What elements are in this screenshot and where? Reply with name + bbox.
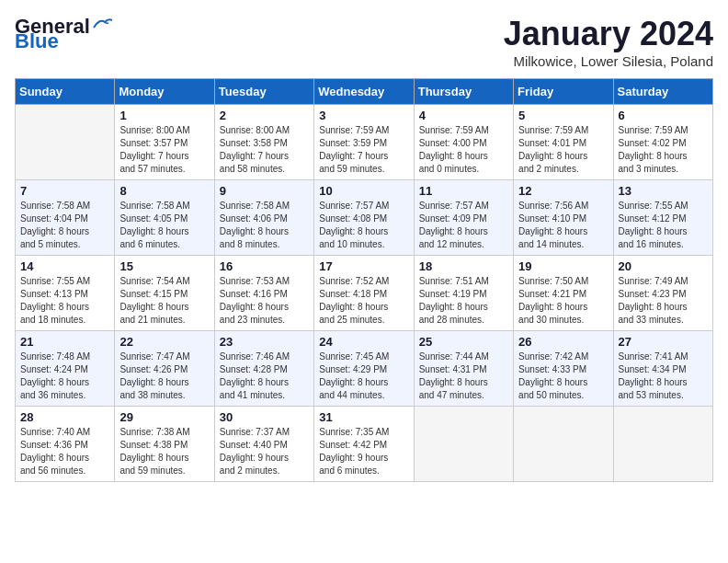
day-number: 30 [220,410,309,424]
day-info: Sunrise: 7:59 AMSunset: 4:02 PMDaylight:… [619,124,708,176]
day-number: 25 [419,335,508,349]
day-number: 15 [119,259,209,273]
day-number: 26 [518,335,608,349]
weekday-header-wednesday: Wednesday [314,79,414,105]
logo-blue: Blue [15,29,59,53]
title-block: January 2024 Milkowice, Lower Silesia, P… [504,15,713,69]
day-number: 13 [619,184,708,198]
day-info: Sunrise: 7:54 AMSunset: 4:15 PMDaylight:… [119,275,209,327]
calendar-header-row: SundayMondayTuesdayWednesdayThursdayFrid… [16,79,713,105]
calendar-day-cell: 22Sunrise: 7:47 AMSunset: 4:26 PMDayligh… [115,331,214,407]
calendar-day-cell: 8Sunrise: 7:58 AMSunset: 4:05 PMDaylight… [115,180,214,256]
logo-bird-icon [92,17,112,31]
day-number: 16 [220,259,309,273]
weekday-header-monday: Monday [115,79,214,105]
weekday-header-tuesday: Tuesday [214,79,313,105]
calendar-day-cell: 9Sunrise: 7:58 AMSunset: 4:06 PMDaylight… [214,180,313,256]
day-number: 23 [220,335,309,349]
calendar-day-cell: 17Sunrise: 7:52 AMSunset: 4:18 PMDayligh… [314,256,414,331]
day-info: Sunrise: 7:59 AMSunset: 4:00 PMDaylight:… [419,124,508,176]
calendar-day-cell: 15Sunrise: 7:54 AMSunset: 4:15 PMDayligh… [115,256,214,331]
calendar-day-cell: 18Sunrise: 7:51 AMSunset: 4:19 PMDayligh… [414,256,513,331]
day-info: Sunrise: 7:49 AMSunset: 4:23 PMDaylight:… [619,275,708,327]
calendar-week-row: 1Sunrise: 8:00 AMSunset: 3:57 PMDaylight… [16,105,713,180]
day-info: Sunrise: 7:35 AMSunset: 4:42 PMDaylight:… [319,426,408,477]
calendar-day-cell [613,407,712,482]
calendar-day-cell: 4Sunrise: 7:59 AMSunset: 4:00 PMDaylight… [414,105,513,180]
calendar-day-cell [514,407,613,482]
day-number: 12 [518,184,608,198]
day-info: Sunrise: 7:41 AMSunset: 4:34 PMDaylight:… [619,350,708,402]
day-number: 11 [419,184,508,198]
logo: General Blue [15,15,112,53]
calendar-table: SundayMondayTuesdayWednesdayThursdayFrid… [15,78,713,482]
calendar-week-row: 28Sunrise: 7:40 AMSunset: 4:36 PMDayligh… [16,407,713,482]
day-info: Sunrise: 8:00 AMSunset: 3:57 PMDaylight:… [119,124,209,176]
calendar-day-cell: 24Sunrise: 7:45 AMSunset: 4:29 PMDayligh… [314,331,414,407]
calendar-day-cell: 5Sunrise: 7:59 AMSunset: 4:01 PMDaylight… [514,105,613,180]
calendar-day-cell: 27Sunrise: 7:41 AMSunset: 4:34 PMDayligh… [613,331,712,407]
day-number: 28 [20,410,109,424]
day-number: 20 [619,259,708,273]
day-info: Sunrise: 7:58 AMSunset: 4:06 PMDaylight:… [220,200,309,251]
day-number: 7 [20,184,109,198]
day-number: 31 [319,410,408,424]
day-number: 29 [119,410,209,424]
day-info: Sunrise: 7:50 AMSunset: 4:21 PMDaylight:… [518,275,608,327]
location-subtitle: Milkowice, Lower Silesia, Poland [504,53,713,69]
day-info: Sunrise: 7:47 AMSunset: 4:26 PMDaylight:… [119,350,209,402]
day-number: 4 [419,109,508,122]
day-info: Sunrise: 7:40 AMSunset: 4:36 PMDaylight:… [20,426,109,477]
calendar-day-cell: 12Sunrise: 7:56 AMSunset: 4:10 PMDayligh… [514,180,613,256]
calendar-week-row: 21Sunrise: 7:48 AMSunset: 4:24 PMDayligh… [16,331,713,407]
calendar-day-cell [414,407,513,482]
calendar-day-cell: 31Sunrise: 7:35 AMSunset: 4:42 PMDayligh… [314,407,414,482]
day-info: Sunrise: 7:52 AMSunset: 4:18 PMDaylight:… [319,275,408,327]
day-info: Sunrise: 7:56 AMSunset: 4:10 PMDaylight:… [518,200,608,251]
day-number: 2 [220,109,309,122]
calendar-day-cell: 2Sunrise: 8:00 AMSunset: 3:58 PMDaylight… [214,105,313,180]
weekday-header-sunday: Sunday [16,79,115,105]
calendar-day-cell: 29Sunrise: 7:38 AMSunset: 4:38 PMDayligh… [115,407,214,482]
weekday-header-saturday: Saturday [613,79,712,105]
day-info: Sunrise: 7:51 AMSunset: 4:19 PMDaylight:… [419,275,508,327]
calendar-day-cell [16,105,115,180]
day-info: Sunrise: 7:53 AMSunset: 4:16 PMDaylight:… [220,275,309,327]
calendar-day-cell: 19Sunrise: 7:50 AMSunset: 4:21 PMDayligh… [514,256,613,331]
day-number: 9 [220,184,309,198]
calendar-day-cell: 28Sunrise: 7:40 AMSunset: 4:36 PMDayligh… [16,407,115,482]
day-info: Sunrise: 7:59 AMSunset: 4:01 PMDaylight:… [518,124,608,176]
day-number: 3 [319,109,408,122]
calendar-day-cell: 11Sunrise: 7:57 AMSunset: 4:09 PMDayligh… [414,180,513,256]
day-number: 18 [419,259,508,273]
day-info: Sunrise: 7:59 AMSunset: 3:59 PMDaylight:… [319,124,408,176]
day-number: 19 [518,259,608,273]
calendar-day-cell: 1Sunrise: 8:00 AMSunset: 3:57 PMDaylight… [115,105,214,180]
calendar-week-row: 14Sunrise: 7:55 AMSunset: 4:13 PMDayligh… [16,256,713,331]
day-info: Sunrise: 8:00 AMSunset: 3:58 PMDaylight:… [220,124,309,176]
calendar-day-cell: 26Sunrise: 7:42 AMSunset: 4:33 PMDayligh… [514,331,613,407]
calendar-day-cell: 13Sunrise: 7:55 AMSunset: 4:12 PMDayligh… [613,180,712,256]
day-info: Sunrise: 7:55 AMSunset: 4:12 PMDaylight:… [619,200,708,251]
day-info: Sunrise: 7:42 AMSunset: 4:33 PMDaylight:… [518,350,608,402]
calendar-week-row: 7Sunrise: 7:58 AMSunset: 4:04 PMDaylight… [16,180,713,256]
month-title: January 2024 [504,15,713,53]
calendar-day-cell: 20Sunrise: 7:49 AMSunset: 4:23 PMDayligh… [613,256,712,331]
calendar-day-cell: 30Sunrise: 7:37 AMSunset: 4:40 PMDayligh… [214,407,313,482]
day-number: 27 [619,335,708,349]
day-info: Sunrise: 7:45 AMSunset: 4:29 PMDaylight:… [319,350,408,402]
day-info: Sunrise: 7:58 AMSunset: 4:04 PMDaylight:… [20,200,109,251]
day-info: Sunrise: 7:44 AMSunset: 4:31 PMDaylight:… [419,350,508,402]
calendar-day-cell: 10Sunrise: 7:57 AMSunset: 4:08 PMDayligh… [314,180,414,256]
day-info: Sunrise: 7:57 AMSunset: 4:09 PMDaylight:… [419,200,508,251]
calendar-day-cell: 25Sunrise: 7:44 AMSunset: 4:31 PMDayligh… [414,331,513,407]
day-info: Sunrise: 7:58 AMSunset: 4:05 PMDaylight:… [119,200,209,251]
day-number: 14 [20,259,109,273]
day-number: 1 [119,109,209,122]
day-info: Sunrise: 7:55 AMSunset: 4:13 PMDaylight:… [20,275,109,327]
calendar-day-cell: 14Sunrise: 7:55 AMSunset: 4:13 PMDayligh… [16,256,115,331]
calendar-day-cell: 6Sunrise: 7:59 AMSunset: 4:02 PMDaylight… [613,105,712,180]
day-number: 21 [20,335,109,349]
calendar-day-cell: 23Sunrise: 7:46 AMSunset: 4:28 PMDayligh… [214,331,313,407]
day-number: 8 [119,184,209,198]
